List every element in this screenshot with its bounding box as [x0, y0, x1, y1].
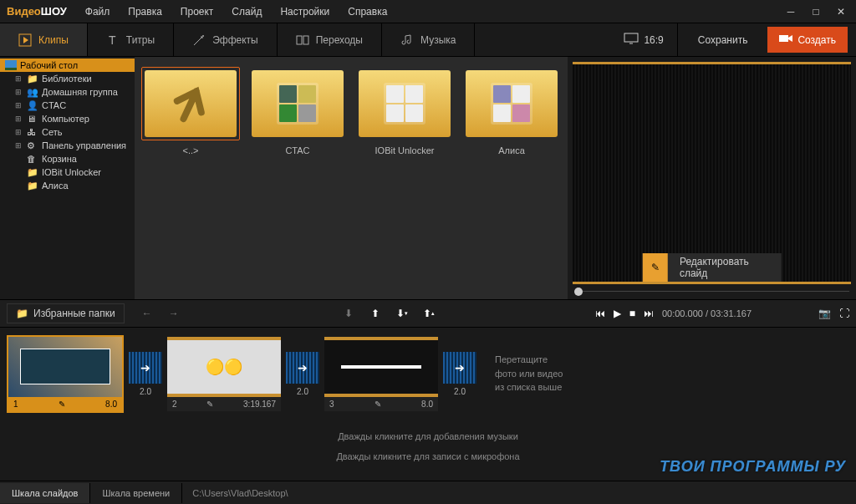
- folder-up[interactable]: <..>: [145, 67, 237, 155]
- fullscreen-button[interactable]: ⛶: [839, 308, 849, 319]
- tree-alisa[interactable]: 📁Алиса: [0, 179, 135, 192]
- favorite-folders-button[interactable]: 📁 Избранные папки: [7, 303, 125, 323]
- download-all-button[interactable]: ⬇▾: [393, 304, 411, 323]
- folder-ctac-label: CTAC: [285, 145, 309, 155]
- status-bar: Шкала слайдов Шкала времени C:\Users\Vla…: [0, 481, 856, 504]
- play-button[interactable]: ▶: [614, 308, 621, 319]
- menu-settings[interactable]: Настройки: [272, 3, 338, 21]
- tree-ctac[interactable]: ⊞👤CTAC: [0, 99, 135, 112]
- upload-button[interactable]: ⬆: [366, 304, 385, 323]
- create-label: Создать: [797, 34, 836, 46]
- tab-titles[interactable]: T Титры: [88, 23, 174, 56]
- upload-all-button[interactable]: ⬆▴: [420, 304, 438, 323]
- wand-icon: [192, 33, 206, 47]
- folder-tree: Рабочий стол ⊞📁Библиотеки ⊞👥Домашняя гру…: [0, 57, 135, 299]
- close-button[interactable]: ✕: [833, 3, 849, 20]
- tree-iobit[interactable]: 📁IOBit Unlocker: [0, 165, 135, 179]
- menu-file[interactable]: Файл: [77, 3, 119, 21]
- svg-rect-5: [624, 33, 638, 42]
- tree-computer[interactable]: ⊞🖥Компьютер: [0, 112, 135, 125]
- preview-canvas[interactable]: ✎ Редактировать слайд: [573, 62, 851, 284]
- tab-clips-label: Клипы: [38, 34, 69, 46]
- transition-1[interactable]: ➔ 2.0: [129, 352, 162, 396]
- time-display: 00:00.000 / 03:31.167: [662, 308, 752, 318]
- app-logo: ВидеоШОУ: [7, 5, 67, 18]
- aspect-ratio[interactable]: 16:9: [610, 23, 677, 56]
- view-slides-tab[interactable]: Шкала слайдов: [0, 483, 90, 503]
- tab-transitions-label: Переходы: [316, 34, 363, 46]
- tab-transitions[interactable]: Переходы: [278, 23, 382, 56]
- stop-button[interactable]: ■: [629, 308, 635, 319]
- snapshot-button[interactable]: 📷: [818, 308, 831, 319]
- computer-icon: 🖥: [27, 114, 38, 124]
- titlebar: ВидеоШОУ Файл Правка Проект Слайд Настро…: [0, 0, 856, 23]
- watermark: ТВОИ ПРОГРАММЫ РУ: [660, 458, 846, 476]
- folder-plus-icon: 📁: [16, 308, 28, 319]
- transition-1-dur: 2.0: [140, 387, 151, 396]
- svg-rect-7: [5, 60, 17, 68]
- network-icon: 🖧: [27, 127, 38, 137]
- timeline-slide-3[interactable]: 3✎8.0: [324, 337, 438, 411]
- preview-panel: ✎ Редактировать слайд: [568, 57, 856, 299]
- menu-project[interactable]: Проект: [172, 3, 222, 21]
- drag-hint: Перетащите фото или видео из списка выше: [495, 353, 563, 395]
- svg-rect-8: [5, 68, 17, 70]
- create-button[interactable]: Создать: [767, 27, 848, 53]
- seek-knob[interactable]: [574, 288, 583, 296]
- menu-help[interactable]: Справка: [339, 3, 395, 21]
- pencil-icon: ✎: [374, 400, 381, 409]
- transition-3[interactable]: ➔ 2.0: [443, 352, 476, 396]
- menu-slide[interactable]: Слайд: [223, 3, 270, 21]
- folder-alisa[interactable]: Алиса: [466, 67, 558, 155]
- prev-button[interactable]: ⏮: [595, 308, 605, 319]
- timeline-slide-1[interactable]: 1✎8.0: [7, 335, 124, 413]
- tree-control-panel[interactable]: ⊞⚙Панель управления: [0, 139, 135, 152]
- pencil-icon: ✎: [206, 400, 213, 409]
- maximize-button[interactable]: □: [808, 3, 824, 20]
- tree-desktop[interactable]: Рабочий стол: [0, 59, 135, 72]
- tree-libraries[interactable]: ⊞📁Библиотеки: [0, 72, 135, 85]
- music-icon: [400, 33, 414, 47]
- tab-music-label: Музыка: [420, 34, 456, 46]
- folder-iobit[interactable]: IOBit Unlocker: [359, 67, 451, 155]
- svg-rect-3: [297, 36, 302, 44]
- current-path: C:\Users\Vlad\Desktop\: [182, 488, 298, 498]
- tree-recycle[interactable]: 🗑Корзина: [0, 152, 135, 165]
- save-button[interactable]: Сохранить: [688, 29, 758, 51]
- monitor-icon: [624, 33, 639, 47]
- download-button[interactable]: ⬇: [339, 304, 358, 323]
- folder-iobit-label: IOBit Unlocker: [375, 145, 435, 155]
- timeline-slide-2[interactable]: 🟡🟡 2✎3:19.167: [167, 337, 281, 411]
- minimize-button[interactable]: ─: [782, 3, 799, 20]
- pencil-icon: ✎: [642, 253, 668, 282]
- file-browser: <..> CTAC IOBit Unlocker Алиса: [135, 57, 568, 299]
- play-icon: [18, 33, 32, 47]
- folder-icon: 📁: [27, 167, 38, 177]
- tab-clips[interactable]: Клипы: [0, 23, 88, 56]
- edit-slide-button[interactable]: ✎ Редактировать слайд: [642, 253, 782, 282]
- folder-ctac[interactable]: CTAC: [252, 67, 344, 155]
- tree-network[interactable]: ⊞🖧Сеть: [0, 125, 135, 139]
- tree-homegroup[interactable]: ⊞👥Домашняя группа: [0, 85, 135, 99]
- view-timeline-tab[interactable]: Шкала времени: [90, 483, 182, 503]
- next-button[interactable]: ⏭: [644, 308, 654, 319]
- pencil-icon: ✎: [59, 400, 65, 409]
- nav-back-button[interactable]: ←: [138, 304, 156, 323]
- main-tabs: Клипы T Титры Эффекты Переходы Музыка 16…: [0, 23, 856, 57]
- toolbar-row: 📁 Избранные папки ← → ⬇ ⬆ ⬇▾ ⬆▴ ⏮ ▶ ■ ⏭ …: [0, 299, 856, 328]
- menu-bar: Файл Правка Проект Слайд Настройки Справ…: [77, 3, 396, 21]
- menu-edit[interactable]: Правка: [120, 3, 171, 21]
- camera-icon: [779, 33, 792, 46]
- tab-effects[interactable]: Эффекты: [174, 23, 278, 56]
- arrow-right-icon: ➔: [140, 361, 150, 374]
- svg-rect-4: [303, 36, 308, 44]
- folder-icon: 📁: [27, 181, 38, 191]
- music-track[interactable]: Дважды кликните для добавления музыки: [0, 426, 856, 446]
- transition-3-dur: 2.0: [454, 387, 466, 396]
- aspect-label: 16:9: [644, 34, 663, 46]
- nav-forward-button[interactable]: →: [165, 304, 183, 323]
- tab-music[interactable]: Музыка: [382, 23, 475, 56]
- transition-icon: [296, 33, 309, 47]
- transition-2[interactable]: ➔ 2.0: [286, 352, 319, 396]
- seek-bar[interactable]: [574, 291, 849, 298]
